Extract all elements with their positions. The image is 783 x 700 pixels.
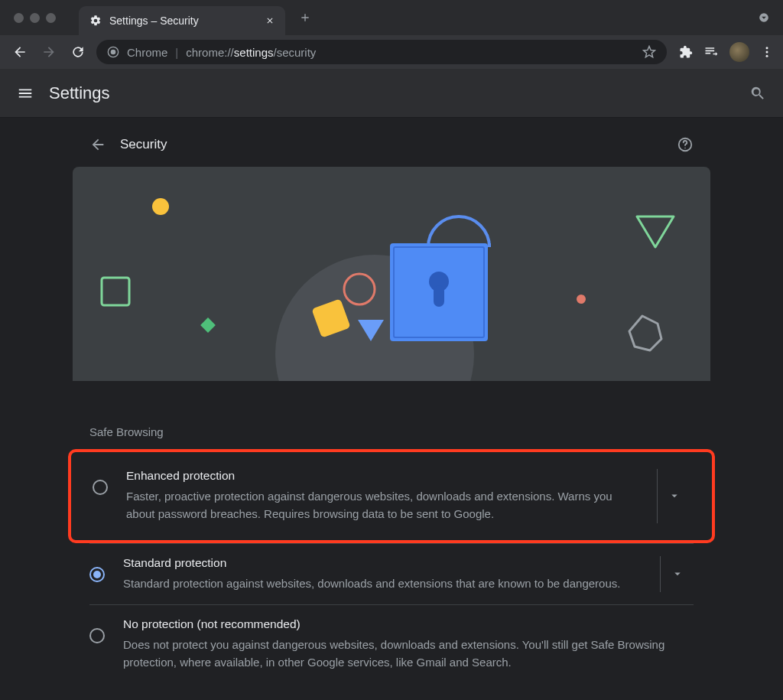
window-minimize-button[interactable] <box>30 13 40 23</box>
search-icon[interactable] <box>749 85 766 102</box>
svg-rect-15 <box>200 317 216 333</box>
settings-title: Settings <box>49 83 110 103</box>
option-desc: Standard protection against websites, do… <box>123 575 634 592</box>
option-desc: Does not protect you against dangerous w… <box>123 636 686 672</box>
gear-icon <box>89 15 102 27</box>
reload-button[interactable] <box>67 41 89 63</box>
menu-icon[interactable] <box>17 85 34 102</box>
expand-standard[interactable] <box>660 556 694 592</box>
radio-standard[interactable] <box>89 567 105 582</box>
browser-tab[interactable]: Settings – Security <box>79 6 285 35</box>
close-tab-icon[interactable] <box>265 16 275 25</box>
kebab-menu-icon[interactable] <box>760 45 774 59</box>
svg-point-13 <box>152 198 169 215</box>
settings-topbar: Settings <box>0 69 783 118</box>
security-hero-banner <box>73 167 710 381</box>
settings-content: Security <box>73 122 710 683</box>
hero-illustration <box>73 167 710 381</box>
chevron-down-icon <box>668 489 681 503</box>
option-no-protection[interactable]: No protection (not recommended) Does not… <box>89 604 694 684</box>
svg-point-20 <box>577 295 586 304</box>
option-title: No protection (not recommended) <box>123 617 686 631</box>
window-close-button[interactable] <box>14 13 24 23</box>
toolbar-actions <box>674 42 774 62</box>
expand-enhanced[interactable] <box>657 469 690 523</box>
site-info-icon[interactable] <box>107 46 119 58</box>
svg-marker-21 <box>629 316 661 350</box>
radio-enhanced[interactable] <box>93 480 108 495</box>
help-icon[interactable] <box>677 136 694 153</box>
svg-rect-12 <box>434 285 444 307</box>
option-title: Enhanced protection <box>126 469 631 483</box>
back-button[interactable] <box>9 41 31 63</box>
dropdown-icon[interactable] <box>759 12 769 23</box>
option-title: Standard protection <box>123 556 634 570</box>
option-standard-protection[interactable]: Standard protection Standard protection … <box>89 543 694 604</box>
address-bar[interactable]: Chrome | chrome://settings/security <box>96 40 667 64</box>
svg-point-4 <box>766 51 768 54</box>
section-title: Security <box>120 137 167 152</box>
chevron-down-icon <box>671 567 684 581</box>
svg-point-2 <box>111 50 116 55</box>
radio-no-protection[interactable] <box>89 628 105 643</box>
svg-point-7 <box>684 148 685 148</box>
svg-point-5 <box>766 55 768 57</box>
window-zoom-button[interactable] <box>46 13 56 23</box>
url-display: chrome://settings/security <box>186 46 316 59</box>
extensions-icon[interactable] <box>679 45 693 59</box>
window-chrome: Settings – Security <box>0 0 783 35</box>
reading-list-icon[interactable] <box>703 44 719 60</box>
option-desc: Faster, proactive protection against dan… <box>126 487 631 523</box>
svg-rect-14 <box>102 278 129 305</box>
section-header: Security <box>73 122 710 167</box>
safe-browsing-heading: Safe Browsing <box>73 381 710 449</box>
profile-avatar[interactable] <box>729 42 749 62</box>
url-scheme-label: Chrome <box>127 46 167 59</box>
forward-button[interactable] <box>38 41 60 63</box>
back-icon[interactable] <box>89 136 106 153</box>
bookmark-icon[interactable] <box>642 45 656 59</box>
traffic-lights <box>0 13 56 23</box>
svg-point-3 <box>766 47 768 49</box>
svg-marker-19 <box>637 217 674 247</box>
browser-toolbar: Chrome | chrome://settings/security <box>0 35 783 69</box>
option-enhanced-protection[interactable]: Enhanced protection Faster, proactive pr… <box>68 449 715 543</box>
new-tab-button[interactable] <box>294 7 316 28</box>
tab-title: Settings – Security <box>109 15 258 27</box>
